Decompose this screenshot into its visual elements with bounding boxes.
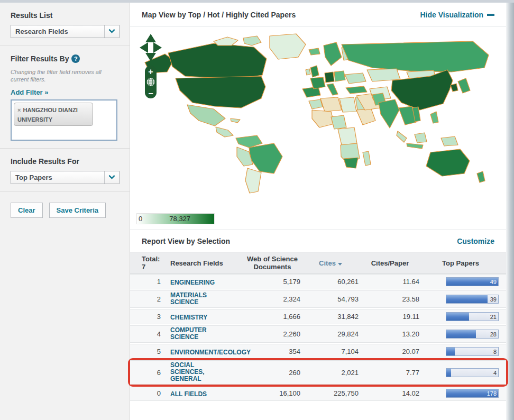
row-rank: 4 <box>142 330 164 338</box>
clear-button[interactable]: Clear <box>11 203 43 218</box>
row-field-cell: ALL FIELDS <box>164 389 243 398</box>
top-papers-bar[interactable]: 178 <box>446 389 499 398</box>
legend-min-value: 0 <box>139 215 142 223</box>
results-list-dropdown[interactable]: Research Fields <box>11 25 120 38</box>
total-label: Total: <box>142 255 164 263</box>
hide-visualization-label: Hide Visualization <box>420 11 483 19</box>
add-filter-link[interactable]: Add Filter » <box>11 88 49 96</box>
top-papers-bar[interactable]: 8 <box>446 347 499 356</box>
total-count: Total: 7 <box>142 255 164 271</box>
main-content: Map View by Top / Hot / Highly Cited Pap… <box>130 3 506 420</box>
column-header-cites-sorted[interactable]: Cites <box>301 259 360 267</box>
row-docs-value: 2,324 <box>243 295 301 303</box>
filter-tag-label: HANGZHOU DIANZI UNIVERSITY <box>17 107 78 123</box>
zoom-out-icon: − <box>148 89 153 98</box>
row-cites-per-paper-value: 7.77 <box>360 369 420 377</box>
table-row: 2MATERIALS SCIENCE2,32454,79323.5839 <box>130 290 506 308</box>
research-field-link[interactable]: SOCIAL SCIENCES, GENERAL <box>170 362 224 382</box>
row-rank: 1 <box>142 278 164 286</box>
top-papers-bar[interactable]: 21 <box>446 312 499 321</box>
column-header-top-papers[interactable]: Top Papers <box>420 259 501 267</box>
table-row: 5ENVIRONMENT/ECOLOGY3547,10420.078 <box>130 344 506 359</box>
remove-filter-icon[interactable]: × <box>17 107 21 113</box>
row-field-cell: ENGINEERING <box>164 277 243 287</box>
column-header-research-fields[interactable]: Research Fields <box>164 259 243 267</box>
map-color-legend: 0 78,327 <box>136 213 215 224</box>
top-papers-count: 21 <box>490 313 497 321</box>
customize-link[interactable]: Customize <box>457 237 494 245</box>
row-docs-value: 16,100 <box>243 389 301 397</box>
results-list-heading: Results List <box>11 11 120 20</box>
map-pan-zoom-controls[interactable]: + − <box>139 33 163 99</box>
row-cites-per-paper-value: 19.11 <box>360 313 420 321</box>
results-list-section: Results List Research Fields <box>0 3 130 46</box>
minus-icon <box>487 14 494 16</box>
filter-tag[interactable]: ×HANGZHOU DIANZI UNIVERSITY <box>14 103 93 126</box>
row-cites-per-paper-value: 23.58 <box>360 295 420 303</box>
pan-down-arrow <box>145 53 156 61</box>
top-papers-count: 4 <box>493 369 497 377</box>
row-field-cell: SOCIAL SCIENCES, GENERAL <box>164 362 243 383</box>
column-header-cites-per-paper[interactable]: Cites/Paper <box>360 259 420 267</box>
include-results-heading: Include Results For <box>11 157 120 166</box>
row-cites-value: 7,104 <box>301 348 360 355</box>
research-field-link[interactable]: CHEMISTRY <box>170 314 207 321</box>
row-rank: 0 <box>142 389 164 397</box>
row-top-papers-cell: 4 <box>420 368 501 377</box>
top-papers-bar-fill <box>446 369 451 377</box>
row-cites-per-paper-value: 14.02 <box>360 389 420 397</box>
report-panel-title: Report View by Selection <box>142 237 230 245</box>
row-cites-value: 31,842 <box>301 313 360 321</box>
table-row: 0ALL FIELDS16,100225,75014.02178 <box>130 386 506 401</box>
row-top-papers-cell: 28 <box>420 330 501 339</box>
research-field-link[interactable]: ENVIRONMENT/ECOLOGY <box>170 349 224 356</box>
top-papers-bar-fill <box>446 313 469 321</box>
research-field-link[interactable]: ENGINEERING <box>170 279 215 286</box>
top-papers-bar[interactable]: 39 <box>446 295 499 304</box>
row-cites-per-paper-value: 11.64 <box>360 278 420 286</box>
top-papers-count: 8 <box>493 348 497 355</box>
research-field-link[interactable]: ALL FIELDS <box>170 391 207 398</box>
row-rank: 2 <box>142 295 164 303</box>
top-papers-bar[interactable]: 4 <box>446 368 499 377</box>
table-row: 4COMPUTER SCIENCE2,26029,82413.2028 <box>130 325 506 343</box>
top-papers-bar[interactable]: 49 <box>446 277 499 286</box>
row-top-papers-cell: 8 <box>420 347 501 356</box>
filter-heading: Filter Results By? <box>11 54 120 63</box>
top-papers-bar[interactable]: 28 <box>446 330 499 339</box>
world-map[interactable] <box>134 30 500 204</box>
save-criteria-button[interactable]: Save Criteria <box>49 203 106 218</box>
row-docs-value: 354 <box>243 348 301 355</box>
row-docs-value: 260 <box>243 369 301 377</box>
include-results-dropdown[interactable]: Top Papers <box>11 171 120 184</box>
row-rank: 6 <box>142 369 164 377</box>
row-field-cell: MATERIALS SCIENCE <box>164 292 243 306</box>
help-icon[interactable]: ? <box>71 54 80 63</box>
pan-up-arrow <box>145 34 156 42</box>
chevron-down-icon[interactable] <box>104 25 119 38</box>
row-top-papers-cell: 21 <box>420 312 501 321</box>
research-field-link[interactable]: MATERIALS SCIENCE <box>170 292 224 306</box>
row-field-cell: ENVIRONMENT/ECOLOGY <box>164 347 243 357</box>
include-results-section: Include Results For Top Papers <box>0 149 130 192</box>
world-map-area[interactable]: + − 0 78,327 <box>130 26 506 230</box>
filter-section: Filter Results By? Changing the filter f… <box>0 46 130 149</box>
results-list-dropdown-value: Research Fields <box>11 25 104 38</box>
research-field-link[interactable]: COMPUTER SCIENCE <box>170 327 224 341</box>
column-header-wos-documents[interactable]: Web of Science Documents <box>243 255 301 271</box>
top-papers-count: 28 <box>490 331 497 338</box>
results-table-body: 1ENGINEERING5,17960,26111.64492MATERIALS… <box>130 274 506 401</box>
top-papers-count: 49 <box>490 278 497 286</box>
top-papers-count: 178 <box>487 390 497 397</box>
results-table-header: Total: 7 Research Fields Web of Science … <box>130 252 506 274</box>
row-docs-value: 5,179 <box>243 278 301 286</box>
pan-right-arrow <box>153 42 162 53</box>
row-docs-value: 1,666 <box>243 313 301 321</box>
row-field-cell: CHEMISTRY <box>164 312 243 322</box>
top-papers-bar-fill <box>446 330 476 338</box>
chevron-down-icon[interactable] <box>104 171 119 184</box>
row-cites-per-paper-value: 20.07 <box>360 348 420 355</box>
page-scrollbar[interactable] <box>506 3 514 420</box>
hide-visualization-link[interactable]: Hide Visualization <box>420 11 494 19</box>
highlighted-row-outline: 6SOCIAL SCIENCES, GENERAL2602,0217.774 <box>130 360 506 385</box>
